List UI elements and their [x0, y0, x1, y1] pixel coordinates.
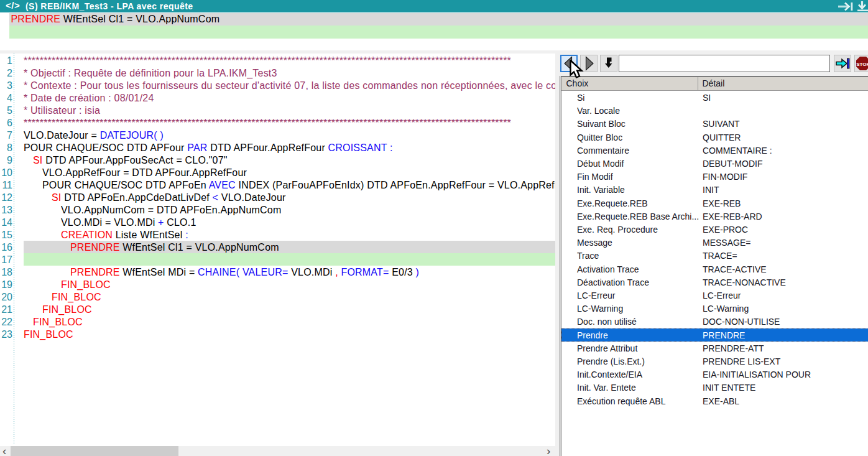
svg-text:STOP: STOP — [856, 62, 868, 67]
